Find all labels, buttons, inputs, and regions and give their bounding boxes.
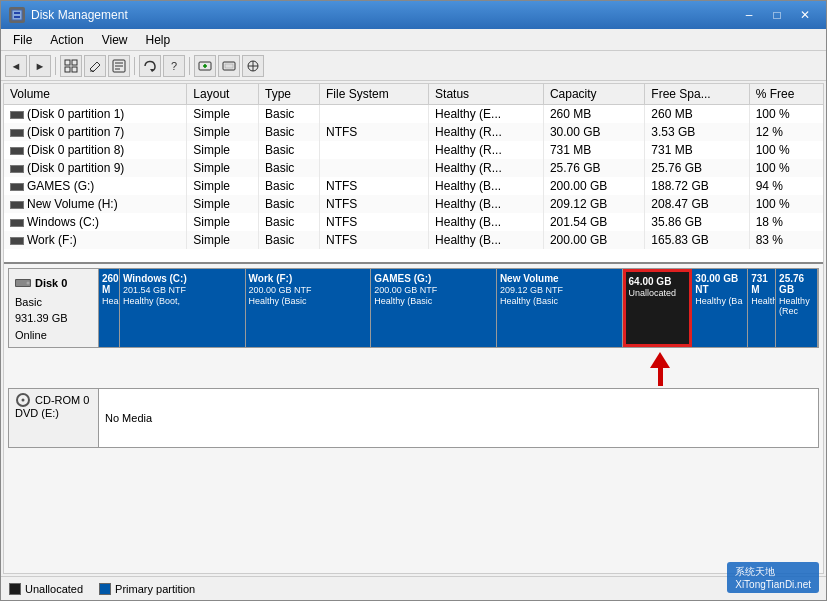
legend-primary: Primary partition	[99, 583, 195, 595]
menu-file[interactable]: File	[5, 31, 40, 48]
toolbar-properties[interactable]	[108, 55, 130, 77]
partition-info: Heal	[102, 296, 116, 306]
table-row[interactable]: Windows (C:) Simple Basic NTFS Healthy (…	[4, 213, 823, 231]
table-row[interactable]: (Disk 0 partition 9) Simple Basic Health…	[4, 159, 823, 177]
partition-name: 260 M	[102, 273, 116, 295]
cell-free: 165.83 GB	[645, 231, 749, 249]
legend-primary-label: Primary partition	[115, 583, 195, 595]
window-title: Disk Management	[31, 8, 128, 22]
menu-view[interactable]: View	[94, 31, 136, 48]
toolbar-disk-ops[interactable]	[218, 55, 240, 77]
disk-0-status: Online	[15, 327, 92, 344]
minimize-button[interactable]: –	[736, 5, 762, 25]
col-pctfree[interactable]: % Free	[749, 84, 823, 105]
table-row[interactable]: (Disk 0 partition 1) Simple Basic Health…	[4, 105, 823, 124]
menu-help[interactable]: Help	[138, 31, 179, 48]
toolbar-help[interactable]: ?	[163, 55, 185, 77]
cell-fs: NTFS	[320, 213, 429, 231]
arrow-stem	[658, 368, 663, 386]
table-area[interactable]: Volume Layout Type File System Status Ca…	[4, 84, 823, 264]
cell-volume: (Disk 0 partition 1)	[4, 105, 187, 124]
disk-partition[interactable]: New Volume 209.12 GB NTF Healthy (Basic	[497, 269, 623, 347]
arrow-area	[98, 352, 819, 388]
toolbar-sep-2	[134, 57, 135, 75]
disk-partition[interactable]: GAMES (G:) 200.00 GB NTF Healthy (Basic	[371, 269, 497, 347]
cell-volume: Windows (C:)	[4, 213, 187, 231]
disk-partition[interactable]: 25.76 GB Healthy (Rec	[776, 269, 818, 347]
app-icon	[9, 7, 25, 23]
table-row[interactable]: (Disk 0 partition 8) Simple Basic Health…	[4, 141, 823, 159]
toolbar-format[interactable]	[242, 55, 264, 77]
partition-info: Healthy (Boot,	[123, 296, 242, 306]
partition-info: Healthy (Basic	[374, 296, 493, 306]
disk-partition[interactable]: 64.00 GB Unallocated	[623, 269, 693, 347]
svg-rect-4	[72, 60, 77, 65]
watermark: 系统天地 XiTongTianDi.net	[727, 562, 819, 593]
partition-size: 200.00 GB NTF	[249, 285, 368, 295]
cell-capacity: 30.00 GB	[543, 123, 644, 141]
disk-0-row: Disk 0 Basic 931.39 GB Online 260 M Heal…	[8, 268, 819, 348]
cell-free: 35.86 GB	[645, 213, 749, 231]
disk-0-size: 931.39 GB	[15, 310, 92, 327]
cell-fs	[320, 159, 429, 177]
disk-map-area[interactable]: Disk 0 Basic 931.39 GB Online 260 M Heal…	[4, 264, 823, 573]
cell-capacity: 200.00 GB	[543, 177, 644, 195]
table-body: (Disk 0 partition 1) Simple Basic Health…	[4, 105, 823, 250]
svg-point-25	[22, 399, 25, 402]
col-capacity[interactable]: Capacity	[543, 84, 644, 105]
cell-volume: Work (F:)	[4, 231, 187, 249]
table-row[interactable]: (Disk 0 partition 7) Simple Basic NTFS H…	[4, 123, 823, 141]
cell-pct: 83 %	[749, 231, 823, 249]
cell-fs: NTFS	[320, 231, 429, 249]
cell-layout: Simple	[187, 159, 259, 177]
maximize-button[interactable]: □	[764, 5, 790, 25]
col-layout[interactable]: Layout	[187, 84, 259, 105]
cell-layout: Simple	[187, 231, 259, 249]
cell-fs: NTFS	[320, 195, 429, 213]
arrow-head	[650, 352, 670, 368]
col-status[interactable]: Status	[429, 84, 544, 105]
cell-layout: Simple	[187, 177, 259, 195]
toolbar-refresh[interactable]	[139, 55, 161, 77]
disk-partition[interactable]: 30.00 GB NT Healthy (Ba	[692, 269, 748, 347]
toolbar-new-disk[interactable]	[194, 55, 216, 77]
legend-primary-box	[99, 583, 111, 595]
cell-type: Basic	[258, 159, 319, 177]
cdrom-0-row: CD-ROM 0 DVD (E:) No Media	[8, 388, 819, 448]
toolbar-grid[interactable]	[60, 55, 82, 77]
partition-name: GAMES (G:)	[374, 273, 493, 284]
cell-capacity: 260 MB	[543, 105, 644, 124]
disk-partition[interactable]: 731 M Health	[748, 269, 776, 347]
cdrom-media-status: No Media	[105, 412, 152, 424]
toolbar-edit[interactable]	[84, 55, 106, 77]
partition-info: Healthy (Basic	[500, 296, 619, 306]
col-volume[interactable]: Volume	[4, 84, 187, 105]
cell-type: Basic	[258, 105, 319, 124]
col-filesystem[interactable]: File System	[320, 84, 429, 105]
col-type[interactable]: Type	[258, 84, 319, 105]
partition-size: 201.54 GB NTF	[123, 285, 242, 295]
partition-info: Healthy (Basic	[249, 296, 368, 306]
menu-bar: File Action View Help	[1, 29, 826, 51]
disk-0-title: Disk 0	[35, 275, 67, 292]
disk-partition[interactable]: Windows (C:) 201.54 GB NTF Healthy (Boot…	[120, 269, 246, 347]
toolbar-back[interactable]: ◄	[5, 55, 27, 77]
table-row[interactable]: New Volume (H:) Simple Basic NTFS Health…	[4, 195, 823, 213]
toolbar-forward[interactable]: ►	[29, 55, 51, 77]
cell-fs: NTFS	[320, 177, 429, 195]
cell-pct: 18 %	[749, 213, 823, 231]
disk-partition[interactable]: 260 M Heal	[99, 269, 120, 347]
col-freespace[interactable]: Free Spa...	[645, 84, 749, 105]
partition-name: 30.00 GB NT	[695, 273, 744, 295]
cell-free: 3.53 GB	[645, 123, 749, 141]
cell-capacity: 200.00 GB	[543, 231, 644, 249]
table-row[interactable]: Work (F:) Simple Basic NTFS Healthy (B..…	[4, 231, 823, 249]
cell-type: Basic	[258, 177, 319, 195]
cell-status: Healthy (B...	[429, 231, 544, 249]
menu-action[interactable]: Action	[42, 31, 91, 48]
partition-info: Health	[751, 296, 772, 306]
disk-partition[interactable]: Work (F:) 200.00 GB NTF Healthy (Basic	[246, 269, 372, 347]
close-button[interactable]: ✕	[792, 5, 818, 25]
table-row[interactable]: GAMES (G:) Simple Basic NTFS Healthy (B.…	[4, 177, 823, 195]
cell-fs	[320, 105, 429, 124]
